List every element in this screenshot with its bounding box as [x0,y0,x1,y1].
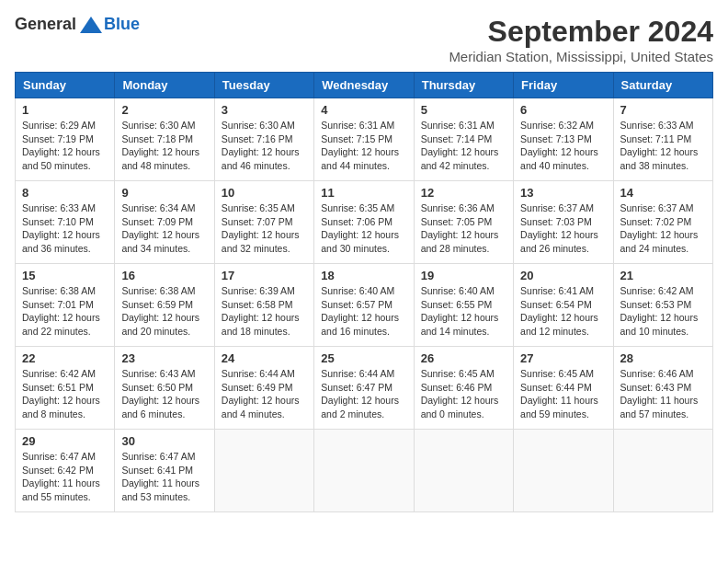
day-number: 27 [520,351,606,365]
day-number: 24 [222,351,307,365]
calendar-header-row: Sunday Monday Tuesday Wednesday Thursday… [16,73,713,98]
day-number: 23 [121,351,207,365]
day-number: 16 [121,269,207,282]
day-10: 10Sunrise: 6:35 AMSunset: 7:07 PMDayligh… [214,181,313,264]
day-number: 3 [222,103,307,117]
week-row-3: 15Sunrise: 6:38 AMSunset: 7:01 PMDayligh… [16,264,713,347]
day-24: 24Sunrise: 6:44 AMSunset: 6:49 PMDayligh… [214,347,313,430]
day-11: 11Sunrise: 6:35 AMSunset: 7:06 PMDayligh… [314,181,414,264]
page-header: General Blue September 2024 Meridian Sta… [15,15,713,64]
month-title: September 2024 [449,15,713,49]
day-20: 20Sunrise: 6:41 AMSunset: 6:54 PMDayligh… [514,264,613,347]
day-info: Sunrise: 6:42 AMSunset: 6:51 PMDaylight:… [22,368,100,419]
day-info: Sunrise: 6:30 AMSunset: 7:16 PMDaylight:… [222,120,300,171]
day-info: Sunrise: 6:29 AMSunset: 7:19 PMDaylight:… [22,120,100,171]
day-number: 13 [520,186,606,200]
day-28: 28Sunrise: 6:46 AMSunset: 6:43 PMDayligh… [613,347,712,430]
day-17: 17Sunrise: 6:39 AMSunset: 6:58 PMDayligh… [214,264,313,347]
col-monday: Monday [115,73,214,98]
day-empty [514,430,613,512]
day-21: 21Sunrise: 6:42 AMSunset: 6:53 PMDayligh… [613,264,712,347]
day-info: Sunrise: 6:38 AMSunset: 6:59 PMDaylight:… [121,285,199,337]
day-number: 21 [620,269,706,282]
day-number: 1 [22,103,108,117]
day-number: 7 [620,103,706,117]
week-row-1: 1Sunrise: 6:29 AMSunset: 7:19 PMDaylight… [16,98,713,181]
day-number: 8 [22,186,108,200]
week-row-2: 8Sunrise: 6:33 AMSunset: 7:10 PMDaylight… [16,181,713,264]
day-22: 22Sunrise: 6:42 AMSunset: 6:51 PMDayligh… [16,347,115,430]
col-friday: Friday [514,73,613,98]
day-2: 2Sunrise: 6:30 AMSunset: 7:18 PMDaylight… [115,98,214,181]
day-13: 13Sunrise: 6:37 AMSunset: 7:03 PMDayligh… [514,181,613,264]
title-section: September 2024 Meridian Station, Mississ… [449,15,713,64]
day-info: Sunrise: 6:33 AMSunset: 7:11 PMDaylight:… [620,120,699,171]
day-26: 26Sunrise: 6:45 AMSunset: 6:46 PMDayligh… [414,347,513,430]
col-saturday: Saturday [613,73,712,98]
day-number: 17 [222,269,307,282]
day-number: 2 [121,103,207,117]
day-info: Sunrise: 6:40 AMSunset: 6:55 PMDaylight:… [421,285,499,337]
day-30: 30Sunrise: 6:47 AMSunset: 6:41 PMDayligh… [115,430,214,512]
day-number: 11 [321,186,406,200]
day-info: Sunrise: 6:45 AMSunset: 6:46 PMDaylight:… [421,368,499,419]
day-9: 9Sunrise: 6:34 AMSunset: 7:09 PMDaylight… [115,181,214,264]
day-14: 14Sunrise: 6:37 AMSunset: 7:02 PMDayligh… [613,181,712,264]
day-info: Sunrise: 6:35 AMSunset: 7:07 PMDaylight:… [222,202,300,254]
day-empty [314,430,414,512]
day-info: Sunrise: 6:32 AMSunset: 7:13 PMDaylight:… [520,120,598,171]
day-16: 16Sunrise: 6:38 AMSunset: 6:59 PMDayligh… [115,264,214,347]
day-number: 18 [321,269,406,282]
day-number: 14 [620,186,706,200]
day-info: Sunrise: 6:40 AMSunset: 6:57 PMDaylight:… [321,285,399,337]
day-12: 12Sunrise: 6:36 AMSunset: 7:05 PMDayligh… [414,181,513,264]
day-info: Sunrise: 6:36 AMSunset: 7:05 PMDaylight:… [421,202,499,254]
col-thursday: Thursday [414,73,513,98]
day-number: 29 [22,434,108,448]
day-info: Sunrise: 6:34 AMSunset: 7:09 PMDaylight:… [121,202,199,254]
day-7: 7Sunrise: 6:33 AMSunset: 7:11 PMDaylight… [613,98,712,181]
day-info: Sunrise: 6:39 AMSunset: 6:58 PMDaylight:… [222,285,300,337]
day-15: 15Sunrise: 6:38 AMSunset: 7:01 PMDayligh… [16,264,115,347]
day-info: Sunrise: 6:43 AMSunset: 6:50 PMDaylight:… [121,368,199,419]
day-3: 3Sunrise: 6:30 AMSunset: 7:16 PMDaylight… [214,98,313,181]
day-info: Sunrise: 6:44 AMSunset: 6:47 PMDaylight:… [321,368,399,419]
day-info: Sunrise: 6:47 AMSunset: 6:41 PMDaylight:… [121,451,199,502]
day-number: 19 [421,269,506,282]
day-number: 4 [321,103,406,117]
day-number: 30 [121,434,207,448]
day-number: 12 [421,186,506,200]
day-number: 26 [421,351,506,365]
day-info: Sunrise: 6:37 AMSunset: 7:02 PMDaylight:… [620,202,699,254]
day-23: 23Sunrise: 6:43 AMSunset: 6:50 PMDayligh… [115,347,214,430]
logo-general: General [15,15,76,34]
week-row-4: 22Sunrise: 6:42 AMSunset: 6:51 PMDayligh… [16,347,713,430]
day-number: 15 [22,269,108,282]
location-title: Meridian Station, Mississippi, United St… [449,49,713,64]
day-number: 22 [22,351,108,365]
day-empty [613,430,712,512]
day-number: 9 [121,186,207,200]
logo-blue: Blue [104,15,140,34]
day-number: 28 [620,351,706,365]
day-5: 5Sunrise: 6:31 AMSunset: 7:14 PMDaylight… [414,98,513,181]
day-info: Sunrise: 6:41 AMSunset: 6:54 PMDaylight:… [520,285,598,337]
day-27: 27Sunrise: 6:45 AMSunset: 6:44 PMDayligh… [514,347,613,430]
day-info: Sunrise: 6:35 AMSunset: 7:06 PMDaylight:… [321,202,399,254]
day-info: Sunrise: 6:30 AMSunset: 7:18 PMDaylight:… [121,120,199,171]
col-wednesday: Wednesday [314,73,414,98]
day-18: 18Sunrise: 6:40 AMSunset: 6:57 PMDayligh… [314,264,414,347]
day-4: 4Sunrise: 6:31 AMSunset: 7:15 PMDaylight… [314,98,414,181]
day-info: Sunrise: 6:46 AMSunset: 6:43 PMDaylight:… [620,368,699,419]
day-empty [414,430,513,512]
logo-icon [80,17,102,33]
day-number: 6 [520,103,606,117]
day-29: 29Sunrise: 6:47 AMSunset: 6:42 PMDayligh… [16,430,115,512]
day-number: 25 [321,351,406,365]
day-25: 25Sunrise: 6:44 AMSunset: 6:47 PMDayligh… [314,347,414,430]
day-empty [214,430,313,512]
logo: General Blue [15,15,140,34]
day-info: Sunrise: 6:45 AMSunset: 6:44 PMDaylight:… [520,368,598,419]
day-number: 5 [421,103,506,117]
day-number: 10 [222,186,307,200]
